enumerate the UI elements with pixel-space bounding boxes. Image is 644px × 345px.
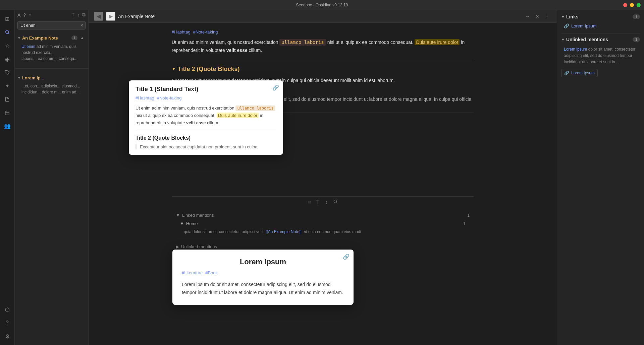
popup-blockquote: Excepteur sint occaecat cupidatat non pr… bbox=[136, 144, 276, 149]
sidebar-toolbar: A ? ≡ T ↕ ⧉ bbox=[15, 10, 88, 20]
heading-icon[interactable]: ? bbox=[23, 12, 26, 18]
unlinked-arrow-icon: ▶ bbox=[176, 244, 179, 249]
sidebar-note-preview-lorem: ...et, con... adipiscin... eiusmod... in… bbox=[15, 82, 88, 96]
tag-icon[interactable] bbox=[1, 66, 13, 78]
close-button[interactable] bbox=[623, 3, 627, 7]
right-panel: ▼ Links 1 🔗 Lorem Ipsum ▼ Unlinked menti… bbox=[557, 10, 644, 345]
editor-bottom-toolbar: ≡ T ↕ bbox=[172, 196, 474, 208]
lorem-ipsum-popup: 🔗 Lorem Ipsum #Literature #Book Lorem ip… bbox=[172, 250, 354, 305]
bottom-sort-icon[interactable]: ↕ bbox=[325, 199, 328, 205]
mention-link[interactable]: [[An Example Note]] bbox=[266, 229, 302, 234]
maximize-button[interactable] bbox=[637, 3, 641, 7]
editor-pane[interactable]: #Hashtag #Note-taking Ut enim ad minim v… bbox=[89, 23, 557, 345]
svg-line-1 bbox=[8, 33, 9, 34]
community-icon[interactable]: 👥 bbox=[1, 120, 13, 132]
svg-line-8 bbox=[336, 203, 337, 204]
vault-icon[interactable]: ⬡ bbox=[1, 303, 13, 316]
sidebar-content: ▼ An Example Note 1 ▲ Ut enim ad minim v… bbox=[15, 31, 88, 345]
sort-icon[interactable]: ↕ bbox=[77, 12, 79, 18]
mention-item-1: quia dolor sit amet, consectetur, adipis… bbox=[172, 227, 474, 236]
svg-rect-3 bbox=[5, 111, 9, 115]
help-icon[interactable]: ? bbox=[1, 317, 13, 329]
calendar-icon[interactable] bbox=[1, 107, 13, 119]
popup-text-2: nisi ut aliquip ex ea commodo consequat. bbox=[136, 113, 217, 118]
panel-unlinked-btn[interactable]: 🔗 Lorem Ipsum bbox=[561, 69, 598, 77]
section-title-2[interactable]: ▼ Title 2 (Quote Blocks) bbox=[172, 66, 474, 73]
sidebar-group-an-example-note: ▼ An Example Note 1 ▲ Ut enim ad minim v… bbox=[15, 33, 88, 69]
nav-actions: ↔ ✕ ⋮ bbox=[523, 12, 551, 20]
home-mention-count: 1 bbox=[463, 221, 466, 226]
popup-hashtag[interactable]: #Hashtag bbox=[136, 95, 154, 100]
settings-icon[interactable]: ⚙ bbox=[1, 330, 13, 342]
para1-text4: cillum. bbox=[248, 48, 262, 53]
search-input[interactable] bbox=[17, 21, 86, 29]
para1-text: Ut enim ad minim veniam, quis nostrud ex… bbox=[172, 40, 279, 45]
preview-lorem-text: ...et, con... adipiscin... eiusmod... in… bbox=[21, 84, 80, 94]
hashtag-tag[interactable]: #Hashtag bbox=[172, 29, 191, 34]
search-icon[interactable] bbox=[1, 26, 13, 38]
content-divider-1 bbox=[172, 60, 474, 60]
sidebar-group-header-example-note[interactable]: ▼ An Example Note 1 ▲ bbox=[15, 33, 88, 42]
ribbon: ⊞ ☆ ◉ ✦ bbox=[0, 10, 15, 345]
group-title-lorem: Lorem Ip... bbox=[22, 75, 44, 80]
unlinked-mentions-label: Unlinked mentions bbox=[181, 244, 217, 249]
panel-unlinked-header[interactable]: ▼ Unlinked mentions 1 bbox=[561, 37, 640, 42]
popup-note-taking-tag[interactable]: #Note-taking bbox=[157, 95, 182, 100]
link-nav-button[interactable]: ↔ bbox=[523, 12, 532, 20]
collapse-button-example-note[interactable]: ▲ bbox=[79, 35, 86, 41]
sidebar-toolbar-icons: A ? ≡ bbox=[17, 12, 31, 18]
more-nav-button[interactable]: ⋮ bbox=[543, 12, 551, 20]
search-hover-popup: 🔗 Title 1 (Standard Text) #Hashtag #Note… bbox=[129, 80, 283, 155]
forward-button[interactable]: ▶ bbox=[106, 12, 115, 21]
titlebar-title: Seedbox - Obsidian v0.13.19 bbox=[296, 3, 348, 7]
panel-unlinked-arrow-icon: ▼ bbox=[561, 38, 565, 42]
graph-icon[interactable]: ◉ bbox=[1, 53, 13, 65]
sidebar-group-lorem-ipsum: ▼ Lorem Ip... ...et, con... adipiscin...… bbox=[15, 74, 88, 96]
lorem-popup-text: Lorem ipsum dolor sit amet, consectetur … bbox=[182, 281, 344, 297]
popup-divider bbox=[136, 131, 276, 131]
note-taking-tag[interactable]: #Note-taking bbox=[193, 29, 218, 34]
literature-tag[interactable]: #Literature bbox=[182, 270, 203, 275]
svg-point-7 bbox=[334, 200, 336, 203]
lorem-popup-tags: #Literature #Book bbox=[182, 270, 344, 275]
panel-link-item-lorem[interactable]: 🔗 Lorem Ipsum bbox=[561, 22, 640, 30]
search-clear-button[interactable]: ✕ bbox=[80, 23, 84, 28]
titlebar: Seedbox - Obsidian v0.13.19 bbox=[0, 0, 644, 10]
home-mention-header[interactable]: ▼ Home 1 bbox=[172, 220, 474, 227]
bottom-list-icon[interactable]: ≡ bbox=[308, 199, 311, 205]
bottom-text-icon[interactable]: T bbox=[316, 199, 320, 205]
files-icon[interactable]: ⊞ bbox=[1, 13, 13, 25]
back-button[interactable]: ◀ bbox=[94, 12, 103, 21]
note-title-nav: An Example Note bbox=[118, 14, 521, 19]
yellow-highlight-1: Duis aute irure dolor bbox=[415, 39, 460, 45]
sidebar-group-header-lorem[interactable]: ▼ Lorem Ip... bbox=[15, 74, 88, 82]
close-nav-button[interactable]: ✕ bbox=[533, 12, 541, 20]
note-icon[interactable] bbox=[1, 93, 13, 105]
linked-mentions-header[interactable]: ▼ Linked mentions 1 bbox=[172, 211, 474, 220]
popup-paragraph: Ut enim ad minim veniam, quis nostrud ex… bbox=[136, 105, 276, 127]
plugin-icon[interactable]: ✦ bbox=[1, 80, 13, 92]
popup-text-1: Ut enim ad minim veniam, quis nostrud ex… bbox=[136, 106, 235, 111]
lorem-popup-link-icon[interactable]: 🔗 bbox=[343, 254, 350, 260]
bookmark-icon[interactable]: ☆ bbox=[1, 40, 13, 52]
book-tag[interactable]: #Book bbox=[205, 270, 218, 275]
font-size-icon[interactable]: A bbox=[17, 12, 20, 18]
popup-code-highlight: ullamco laboris bbox=[235, 106, 275, 111]
popup-yellow-highlight: Duis aute irure dolor bbox=[217, 113, 259, 118]
section2-title-text: Title 2 (Quote Blocks) bbox=[178, 66, 240, 73]
sidebar: A ? ≡ T ↕ ⧉ ✕ ▼ An Example Note 1 ▲ bbox=[15, 10, 89, 345]
bottom-search-icon[interactable] bbox=[333, 199, 338, 205]
titlebar-controls bbox=[623, 3, 641, 7]
app-layout: ⊞ ☆ ◉ ✦ bbox=[0, 10, 644, 345]
list-view-icon[interactable]: ≡ bbox=[29, 12, 31, 18]
linked-mentions-count: 1 bbox=[467, 213, 470, 218]
text-sort-icon[interactable]: T bbox=[71, 12, 74, 18]
panel-unlinked-preview: Lorem ipsum dolor sit amet, consectetur … bbox=[561, 45, 640, 67]
minimize-button[interactable] bbox=[630, 3, 634, 7]
editor-nav: ◀ ▶ An Example Note ↔ ✕ ⋮ bbox=[89, 10, 557, 23]
panel-unlinked-section: ▼ Unlinked mentions 1 Lorem ipsum dolor … bbox=[561, 37, 640, 77]
collapse-arrow-lorem-icon: ▼ bbox=[17, 76, 21, 80]
template-icon[interactable]: ⧉ bbox=[82, 12, 86, 18]
popup-subtitle: Title 2 (Quote Blocks) bbox=[136, 135, 276, 141]
popup-link-icon[interactable]: 🔗 bbox=[272, 84, 279, 91]
